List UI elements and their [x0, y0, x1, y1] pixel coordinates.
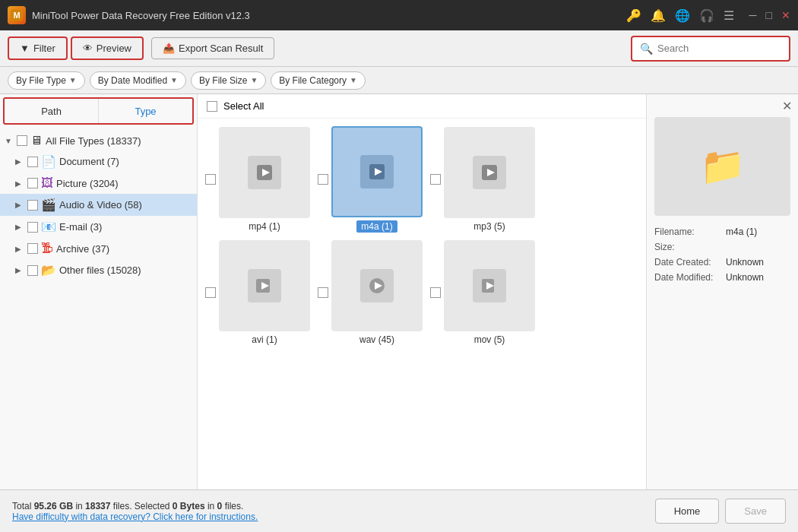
other-checkbox[interactable]	[27, 265, 38, 276]
select-all-bar: Select All	[198, 94, 646, 119]
menu-icon[interactable]: ☰	[724, 8, 734, 23]
picture-checkbox[interactable]	[27, 178, 38, 188]
archive-checkbox[interactable]	[27, 243, 38, 254]
file-type-label: By File Type	[16, 75, 66, 86]
key-icon[interactable]: 🔑	[626, 8, 641, 23]
filter-by-file-type[interactable]: By File Type ▼	[8, 71, 85, 90]
bottom-bar: Total 95.26 GB in 18337 files. Selected …	[0, 489, 798, 532]
archive-icon: 🗜	[41, 242, 53, 255]
path-tab[interactable]: Path	[5, 99, 98, 123]
filter-by-file-category[interactable]: By File Category ▼	[271, 71, 366, 90]
tree-item-other[interactable]: ▶ 📂 Other files (15028)	[0, 259, 197, 281]
filter-by-date-modified[interactable]: By Date Modified ▼	[90, 71, 186, 90]
filter-by-file-size[interactable]: By File Size ▼	[191, 71, 266, 90]
file-cell-mp3: mp3 (5)	[430, 126, 535, 233]
export-label: Export Scan Result	[179, 43, 263, 54]
minimize-button[interactable]: ─	[749, 9, 757, 21]
tree-item-email[interactable]: ▶ 📧 E-mail (3)	[0, 216, 197, 238]
mp4-card[interactable]	[219, 127, 310, 218]
mov-icon	[473, 269, 506, 302]
file-category-label: By File Category	[279, 75, 347, 86]
mp3-card[interactable]	[444, 127, 535, 218]
av-checkbox[interactable]	[27, 200, 38, 211]
files-text2: files.	[225, 501, 244, 511]
status-area: Total 95.26 GB in 18337 files. Selected …	[12, 501, 649, 522]
tree-item-audio-video[interactable]: ▶ 🎬 Audio & Video (58)	[0, 194, 197, 216]
wav-checkbox[interactable]	[318, 287, 328, 298]
mp3-checkbox[interactable]	[430, 174, 441, 185]
path-type-header: Path Type	[3, 97, 194, 125]
file-grid-row-2: avi (1) wav (45)	[205, 240, 638, 345]
date-created-label: Date Created:	[654, 257, 723, 268]
preview-image-area: 📁	[654, 117, 790, 216]
files-text: files. Selected	[113, 501, 173, 511]
archive-arrow: ▶	[15, 245, 24, 253]
root-icon: 🖥	[30, 134, 43, 147]
meta-date-created-row: Date Created: Unknown	[654, 257, 790, 268]
select-all-label: Select All	[223, 100, 264, 112]
email-checkbox[interactable]	[27, 222, 38, 233]
mov-checkbox[interactable]	[430, 287, 441, 298]
other-arrow: ▶	[15, 266, 24, 274]
export-button[interactable]: 📤 Export Scan Result	[151, 37, 274, 59]
app-logo: M	[8, 6, 26, 24]
selected-files: 0	[217, 501, 223, 511]
wav-card[interactable]	[331, 240, 423, 331]
file-grid-row-1: mp4 (1) m4a (1)	[205, 126, 638, 233]
picture-icon: 🖼	[41, 176, 53, 190]
date-modified-label: By Date Modified	[98, 75, 167, 86]
mp3-icon	[473, 156, 506, 189]
preview-button[interactable]: 👁 Preview	[71, 36, 144, 60]
m4a-checkbox[interactable]	[318, 174, 328, 185]
mp4-checkbox[interactable]	[205, 174, 216, 185]
search-box[interactable]: 🔍	[631, 36, 790, 62]
headphone-icon[interactable]: 🎧	[699, 8, 714, 23]
date-modified-label: Date Modified:	[654, 272, 723, 283]
preview-icon: 👁	[83, 43, 93, 54]
tree-item-document[interactable]: ▶ 📄 Document (7)	[0, 150, 197, 173]
title-icons: 🔑 🔔 🌐 🎧 ☰ ─ □ ✕	[626, 8, 790, 23]
in-text: in	[75, 501, 85, 511]
filter-icon: ▼	[20, 43, 30, 54]
picture-arrow: ▶	[15, 179, 24, 188]
select-all-checkbox[interactable]	[207, 101, 217, 112]
tree-item-archive[interactable]: ▶ 🗜 Archive (37)	[0, 238, 197, 259]
left-panel: Path Type ▼ 🖥 All File Types (18337) ▶	[0, 94, 198, 489]
maximize-button[interactable]: □	[766, 9, 772, 21]
save-button[interactable]: Save	[725, 499, 786, 524]
right-panel-close[interactable]: ✕	[782, 99, 792, 113]
help-link[interactable]: Have difficulty with data recovery? Clic…	[12, 511, 649, 522]
mp4-label: mp4 (1)	[249, 221, 280, 232]
tree-root[interactable]: ▼ 🖥 All File Types (18337)	[0, 131, 197, 150]
total-size: 95.26 GB	[34, 501, 73, 511]
mov-card[interactable]	[444, 240, 535, 331]
globe-icon[interactable]: 🌐	[675, 8, 690, 23]
mp3-wrapper: mp3 (5)	[444, 127, 535, 232]
content-area: Path Type ▼ 🖥 All File Types (18337) ▶	[0, 94, 798, 489]
archive-label: Archive (37)	[56, 243, 109, 255]
filter-button[interactable]: ▼ Filter	[8, 36, 68, 60]
avi-checkbox[interactable]	[205, 287, 216, 298]
file-size-label: By File Size	[199, 75, 247, 86]
root-label: All File Types (18337)	[46, 135, 141, 147]
meta-date-modified-row: Date Modified: Unknown	[654, 272, 790, 283]
m4a-card[interactable]	[331, 126, 423, 217]
document-arrow: ▶	[15, 157, 24, 166]
type-tab[interactable]: Type	[98, 99, 192, 123]
search-input[interactable]	[657, 43, 781, 54]
close-button[interactable]: ✕	[781, 9, 790, 21]
tree-item-picture[interactable]: ▶ 🖼 Picture (3204)	[0, 173, 197, 194]
path-tab-label: Path	[41, 106, 62, 117]
wav-icon	[360, 269, 394, 302]
wav-label: wav (45)	[359, 334, 394, 345]
bell-icon[interactable]: 🔔	[651, 8, 666, 23]
file-cell-mov: mov (5)	[430, 240, 535, 345]
file-type-arrow: ▼	[69, 76, 77, 84]
home-button[interactable]: Home	[655, 499, 720, 524]
other-icon: 📂	[41, 263, 56, 277]
root-checkbox[interactable]	[17, 135, 27, 146]
document-checkbox[interactable]	[27, 157, 38, 167]
svg-text:M: M	[13, 11, 20, 20]
file-category-arrow: ▼	[350, 76, 357, 84]
avi-card[interactable]	[219, 240, 310, 331]
